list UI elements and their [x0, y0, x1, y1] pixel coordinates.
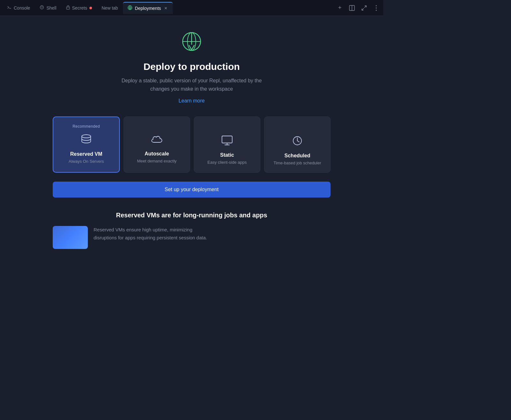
database-icon	[80, 133, 92, 146]
hero-subtitle: Deploy a stable, public version of your …	[121, 77, 262, 93]
expand-button[interactable]	[360, 4, 369, 12]
card-reserved-vm-subtitle: Always On Servers	[69, 159, 104, 164]
svg-rect-19	[222, 136, 232, 143]
console-icon	[7, 5, 11, 11]
main-content: Deploy to production Deploy a stable, pu…	[0, 16, 383, 259]
tab-newtab-label: New tab	[102, 5, 118, 11]
tab-shell-label: Shell	[46, 5, 56, 11]
tab-secrets[interactable]: Secrets	[62, 2, 96, 14]
card-autoscale-subtitle: Meet demand exactly	[137, 159, 177, 163]
deploy-globe-icon	[179, 29, 204, 56]
hero-title: Deploy to production	[143, 61, 240, 72]
more-options-button[interactable]	[372, 4, 381, 12]
lock-icon	[66, 5, 70, 11]
card-static-subtitle: Easy client-side apps	[208, 160, 247, 165]
tab-secrets-label: Secrets	[72, 5, 87, 11]
svg-point-13	[376, 10, 377, 11]
recommended-label: Recommended	[72, 124, 100, 129]
card-static[interactable]: Static Easy client-side apps	[194, 116, 260, 173]
bottom-row: Reserved VMs ensure high uptime, minimiz…	[53, 226, 331, 249]
card-static-title: Static	[220, 152, 234, 158]
cloud-icon	[151, 135, 163, 146]
setup-deployment-button[interactable]: Set up your deployment	[53, 182, 331, 198]
card-reserved-vm[interactable]: Recommended Reserved VM Always On Server…	[53, 116, 120, 173]
tab-bar-actions: +	[335, 4, 381, 12]
tab-bar: Console Shell Secrets New tab	[0, 0, 383, 16]
tab-deployments[interactable]: Deployments ✕	[123, 2, 173, 14]
tab-console[interactable]: Console	[3, 2, 34, 14]
card-reserved-vm-title: Reserved VM	[70, 151, 103, 157]
add-tab-button[interactable]: +	[335, 4, 344, 12]
secrets-badge	[89, 7, 92, 9]
bottom-section: Reserved VMs are for long-running jobs a…	[53, 212, 331, 249]
clock-icon	[292, 135, 303, 148]
svg-line-9	[364, 6, 366, 8]
globe-icon	[127, 5, 133, 11]
tab-newtab[interactable]: New tab	[97, 2, 122, 14]
shell-icon	[40, 5, 44, 11]
svg-point-1	[40, 6, 44, 9]
monitor-icon	[221, 135, 233, 147]
tab-shell[interactable]: Shell	[35, 2, 61, 14]
deployment-cards: Recommended Reserved VM Always On Server…	[53, 116, 331, 173]
bottom-title: Reserved VMs are for long-running jobs a…	[53, 212, 331, 219]
card-scheduled[interactable]: Scheduled Time-based job scheduler	[264, 116, 331, 173]
tab-deployments-label: Deployments	[135, 6, 161, 11]
split-pane-button[interactable]	[347, 4, 356, 12]
svg-point-12	[376, 7, 377, 8]
svg-point-11	[376, 5, 377, 6]
hero-section: Deploy to production Deploy a stable, pu…	[121, 29, 262, 104]
reserved-vm-thumbnail	[53, 226, 88, 249]
card-autoscale[interactable]: Autoscale Meet demand exactly	[124, 116, 190, 173]
tab-console-label: Console	[14, 5, 30, 11]
learn-more-link[interactable]: Learn more	[179, 98, 205, 104]
card-scheduled-title: Scheduled	[285, 153, 310, 159]
card-scheduled-subtitle: Time-based job scheduler	[273, 161, 321, 165]
svg-rect-2	[66, 7, 70, 9]
tab-close-deployments[interactable]: ✕	[163, 6, 168, 11]
svg-line-10	[362, 8, 364, 10]
svg-point-18	[82, 135, 91, 138]
bottom-description: Reserved VMs ensure high uptime, minimiz…	[94, 226, 207, 242]
card-autoscale-title: Autoscale	[145, 151, 169, 157]
